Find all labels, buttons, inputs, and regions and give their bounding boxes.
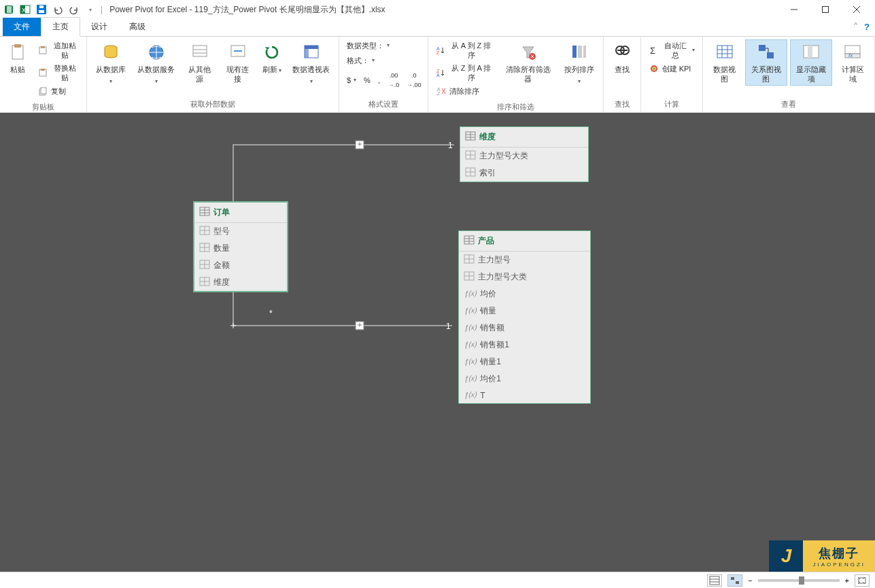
paste-replace-button[interactable]: 替换粘贴	[34, 62, 82, 84]
column-row[interactable]: 型号	[194, 223, 287, 240]
currency-button[interactable]: $	[343, 69, 359, 91]
column-row[interactable]: ƒ⒳销售额	[459, 319, 590, 336]
undo-icon[interactable]	[52, 3, 64, 16]
zoom-out-button[interactable]: −	[748, 576, 752, 585]
qat-customize-icon[interactable]: ▾	[84, 3, 97, 16]
column-row[interactable]: 金额	[194, 257, 287, 274]
sort-za-icon: ZA	[436, 67, 446, 78]
help-icon[interactable]: ?	[864, 22, 870, 32]
show-hidden-icon	[800, 41, 822, 63]
increase-decimal-button[interactable]: .00→.0	[385, 69, 402, 91]
column-row[interactable]: 索引	[460, 165, 588, 181]
column-row[interactable]: ƒ⒳T	[459, 387, 590, 403]
datatype-dropdown[interactable]: 数据类型：	[343, 39, 424, 52]
sort-az-button[interactable]: AZ从 A 到 Z 排序	[432, 39, 497, 61]
svg-rect-7	[39, 5, 44, 8]
table-card-dimension[interactable]: 维度 主力型号大类 索引	[460, 126, 589, 182]
zoom-thumb[interactable]	[799, 576, 804, 585]
from-service-button[interactable]: 从数据服务	[133, 39, 179, 88]
autosum-button[interactable]: Σ自动汇总	[645, 39, 698, 61]
column-row[interactable]: ƒ⒳均价	[459, 286, 590, 302]
create-kpi-button[interactable]: 创建 KPI	[645, 62, 698, 75]
calc-area-icon: fx	[842, 41, 863, 63]
watermark-pinyin: JIAOPENGZI	[812, 561, 865, 568]
find-button[interactable]: 查找	[608, 39, 636, 76]
table-card-orders[interactable]: 订单 型号 数量 金额 维度	[193, 201, 288, 292]
svg-rect-54	[808, 46, 812, 58]
existing-conn-button[interactable]: 现有连接	[220, 39, 256, 86]
column-row[interactable]: 数量	[194, 240, 287, 257]
group-label-view: 查看	[703, 98, 874, 112]
zoom-slider[interactable]	[758, 579, 840, 582]
pivottable-button[interactable]: 数据透视表	[288, 39, 334, 88]
maximize-button[interactable]	[810, 0, 841, 19]
save-icon[interactable]	[35, 3, 48, 16]
column-row[interactable]: ƒ⒳均价1	[459, 370, 590, 387]
clear-filters-button[interactable]: 清除所有筛选器	[500, 39, 557, 86]
format-dropdown[interactable]: 格式：	[343, 54, 424, 67]
close-button[interactable]	[841, 0, 872, 19]
column-row[interactable]: 主力型号	[459, 252, 590, 269]
cardinality-many: *	[269, 309, 273, 318]
data-view-button[interactable]: 数据视图	[707, 39, 742, 86]
group-getdata: 从数据库 从数据服务 从其他源 现有连接 刷新 数据透视表 获取外部数据	[87, 37, 339, 112]
tab-file[interactable]: 文件	[3, 18, 41, 36]
paste-button[interactable]: 粘贴	[4, 39, 31, 76]
from-other-button[interactable]: 从其他源	[182, 39, 218, 86]
minimize-button[interactable]	[778, 0, 810, 19]
column-icon	[200, 260, 209, 271]
svg-rect-52	[767, 52, 774, 58]
column-icon	[200, 277, 209, 288]
svg-text:X: X	[22, 7, 26, 14]
decrease-decimal-button[interactable]: .0→.00	[403, 69, 424, 91]
from-db-button[interactable]: 从数据库	[91, 39, 131, 88]
measure-icon: ƒ⒳	[464, 390, 476, 400]
column-icon	[464, 255, 474, 265]
diagram-view-icon	[755, 41, 777, 63]
diagram-canvas[interactable]: * 1 * 1 订单 型号 数量 金额 维度 维度 主力型号大类 索引 产品 主…	[0, 113, 875, 572]
window-title: Power Pivot for Excel - 119_方法_Power Piv…	[107, 4, 778, 16]
sort-za-button[interactable]: ZA从 Z 到 A 排序	[432, 62, 497, 84]
refresh-button[interactable]: 刷新	[258, 39, 285, 77]
svg-rect-37	[578, 46, 582, 58]
kpi-icon	[649, 63, 659, 74]
autosum-icon: Σ	[649, 45, 659, 56]
zoom-in-button[interactable]: +	[845, 576, 849, 585]
diagram-view-button[interactable]: 关系图视图	[745, 39, 787, 86]
comma-button[interactable]: ,	[375, 69, 383, 91]
fit-to-screen-button[interactable]	[855, 574, 870, 587]
sort-column-icon	[568, 41, 590, 63]
tab-design[interactable]: 设计	[80, 18, 118, 36]
column-row[interactable]: 维度	[194, 274, 287, 291]
collapse-ribbon-icon[interactable]: ^	[854, 22, 857, 32]
data-view-toggle[interactable]	[707, 574, 722, 587]
percent-button[interactable]: %	[360, 69, 373, 91]
paste-append-icon	[37, 45, 48, 56]
svg-text:Σ: Σ	[650, 46, 655, 56]
copy-button[interactable]: 复制	[34, 84, 82, 98]
redo-icon[interactable]	[68, 3, 80, 16]
show-hidden-button[interactable]: 显示隐藏项	[790, 39, 832, 86]
cardinality-one: 1	[448, 141, 453, 150]
tab-home[interactable]: 主页	[41, 17, 80, 37]
sort-by-column-button[interactable]: 按列排序	[560, 39, 599, 88]
column-row[interactable]: ƒ⒳销售额1	[459, 336, 590, 353]
svg-rect-22	[193, 46, 207, 56]
clear-sort-button[interactable]: AZ清除排序	[432, 84, 497, 98]
svg-rect-96	[710, 576, 719, 585]
diagram-view-toggle[interactable]	[727, 574, 742, 587]
calc-area-button[interactable]: fx计算区域	[835, 39, 870, 86]
clear-filter-icon	[517, 41, 539, 63]
svg-text:Z: Z	[437, 91, 441, 96]
column-row[interactable]: 主力型号大类	[459, 269, 590, 286]
column-row[interactable]: ƒ⒳销量	[459, 302, 590, 319]
column-row[interactable]: 主力型号大类	[460, 148, 588, 165]
tab-advanced[interactable]: 高级	[118, 18, 156, 36]
table-card-product[interactable]: 产品 主力型号 主力型号大类 ƒ⒳均价 ƒ⒳销量 ƒ⒳销售额 ƒ⒳销售额1 ƒ⒳…	[458, 230, 591, 404]
group-label-calc: 计算	[641, 98, 702, 112]
paste-append-button[interactable]: 追加粘贴	[34, 39, 82, 61]
group-view: 数据视图 关系图视图 显示隐藏项 fx计算区域 查看	[703, 37, 875, 112]
service-icon	[145, 41, 167, 63]
svg-rect-1	[7, 6, 12, 13]
column-row[interactable]: ƒ⒳销量1	[459, 353, 590, 370]
